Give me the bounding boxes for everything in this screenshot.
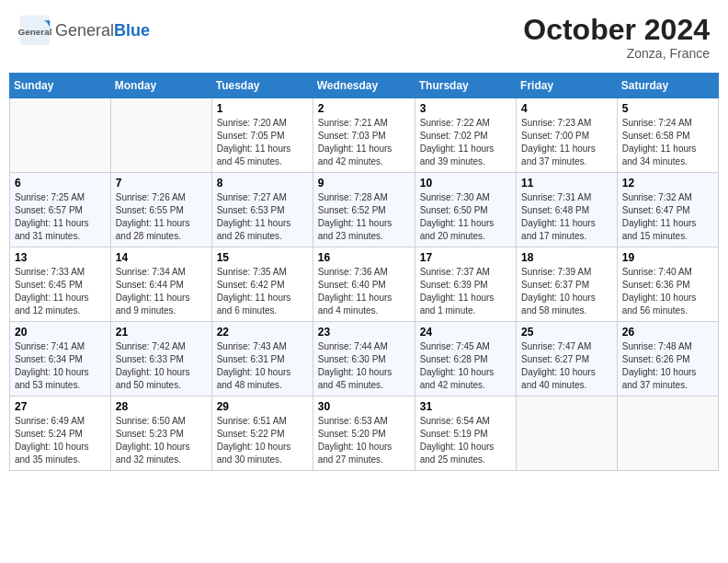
calendar-cell: 16 Sunrise: 7:36 AMSunset: 6:40 PMDaylig… — [313, 247, 415, 322]
calendar-cell: 19 Sunrise: 7:40 AMSunset: 6:36 PMDaylig… — [617, 247, 718, 322]
calendar-week-row: 27 Sunrise: 6:49 AMSunset: 5:24 PMDaylig… — [10, 396, 719, 471]
day-detail: Sunrise: 7:43 AMSunset: 6:31 PMDaylight:… — [217, 340, 308, 392]
day-number: 23 — [318, 326, 410, 339]
day-detail: Sunrise: 7:45 AMSunset: 6:28 PMDaylight:… — [420, 340, 511, 392]
calendar-cell: 11 Sunrise: 7:31 AMSunset: 6:48 PMDaylig… — [517, 173, 618, 247]
calendar-cell: 6 Sunrise: 7:25 AMSunset: 6:57 PMDayligh… — [10, 173, 111, 247]
day-detail: Sunrise: 7:28 AMSunset: 6:52 PMDaylight:… — [318, 191, 410, 243]
day-number: 21 — [116, 326, 207, 339]
day-number: 1 — [217, 102, 308, 115]
day-detail: Sunrise: 7:41 AMSunset: 6:34 PMDaylight:… — [15, 340, 106, 392]
calendar-cell: 24 Sunrise: 7:45 AMSunset: 6:28 PMDaylig… — [415, 322, 516, 396]
day-detail: Sunrise: 7:44 AMSunset: 6:30 PMDaylight:… — [318, 340, 410, 392]
logo-general-text: General — [55, 21, 114, 40]
day-number: 11 — [521, 177, 612, 190]
day-number: 16 — [318, 251, 410, 264]
day-number: 14 — [116, 251, 207, 264]
day-detail: Sunrise: 7:22 AMSunset: 7:02 PMDaylight:… — [420, 117, 511, 168]
day-detail: Sunrise: 7:25 AMSunset: 6:57 PMDaylight:… — [15, 191, 106, 243]
calendar-cell: 28 Sunrise: 6:50 AMSunset: 5:23 PMDaylig… — [110, 396, 211, 471]
title-block: October 2024 Zonza, France — [523, 14, 710, 61]
day-number: 13 — [15, 251, 106, 264]
calendar-week-row: 13 Sunrise: 7:33 AMSunset: 6:45 PMDaylig… — [10, 247, 719, 322]
day-number: 30 — [318, 400, 410, 413]
day-detail: Sunrise: 7:27 AMSunset: 6:53 PMDaylight:… — [217, 191, 308, 243]
day-number: 8 — [217, 177, 308, 190]
day-detail: Sunrise: 7:31 AMSunset: 6:48 PMDaylight:… — [521, 191, 612, 243]
day-number: 12 — [622, 177, 713, 190]
day-number: 15 — [217, 251, 308, 264]
calendar-cell: 12 Sunrise: 7:32 AMSunset: 6:47 PMDaylig… — [617, 173, 718, 247]
day-number: 4 — [521, 102, 612, 115]
calendar-week-row: 20 Sunrise: 7:41 AMSunset: 6:34 PMDaylig… — [10, 322, 719, 396]
calendar-cell: 22 Sunrise: 7:43 AMSunset: 6:31 PMDaylig… — [211, 322, 313, 396]
calendar-cell: 27 Sunrise: 6:49 AMSunset: 5:24 PMDaylig… — [10, 396, 111, 471]
calendar-cell: 7 Sunrise: 7:26 AMSunset: 6:55 PMDayligh… — [110, 173, 211, 247]
calendar-cell: 10 Sunrise: 7:30 AMSunset: 6:50 PMDaylig… — [415, 173, 516, 247]
calendar-week-row: 1 Sunrise: 7:20 AMSunset: 7:05 PMDayligh… — [10, 98, 719, 173]
calendar-cell: 30 Sunrise: 6:53 AMSunset: 5:20 PMDaylig… — [313, 396, 415, 471]
logo: General GeneralBlue — [18, 14, 150, 47]
day-number: 18 — [521, 251, 612, 264]
calendar-cell — [517, 396, 618, 471]
calendar-cell: 26 Sunrise: 7:48 AMSunset: 6:26 PMDaylig… — [617, 322, 718, 396]
calendar-cell: 15 Sunrise: 7:35 AMSunset: 6:42 PMDaylig… — [211, 247, 313, 322]
calendar-cell: 13 Sunrise: 7:33 AMSunset: 6:45 PMDaylig… — [10, 247, 111, 322]
day-detail: Sunrise: 7:21 AMSunset: 7:03 PMDaylight:… — [318, 117, 410, 168]
calendar-cell: 17 Sunrise: 7:37 AMSunset: 6:39 PMDaylig… — [415, 247, 516, 322]
day-detail: Sunrise: 7:39 AMSunset: 6:37 PMDaylight:… — [521, 266, 612, 317]
day-detail: Sunrise: 7:48 AMSunset: 6:26 PMDaylight:… — [622, 340, 713, 392]
calendar-cell: 14 Sunrise: 7:34 AMSunset: 6:44 PMDaylig… — [110, 247, 211, 322]
day-detail: Sunrise: 7:23 AMSunset: 7:00 PMDaylight:… — [521, 117, 612, 168]
day-number: 17 — [420, 251, 511, 264]
calendar-cell: 8 Sunrise: 7:27 AMSunset: 6:53 PMDayligh… — [211, 173, 313, 247]
day-detail: Sunrise: 6:49 AMSunset: 5:24 PMDaylight:… — [15, 415, 106, 466]
weekday-header: Monday — [110, 74, 211, 98]
month-title: October 2024 — [523, 14, 710, 46]
day-detail: Sunrise: 7:30 AMSunset: 6:50 PMDaylight:… — [420, 191, 511, 243]
day-number: 10 — [420, 177, 511, 190]
day-number: 28 — [116, 400, 207, 413]
calendar-cell: 5 Sunrise: 7:24 AMSunset: 6:58 PMDayligh… — [617, 98, 718, 173]
calendar-cell: 23 Sunrise: 7:44 AMSunset: 6:30 PMDaylig… — [313, 322, 415, 396]
day-number: 19 — [622, 251, 713, 264]
calendar-cell: 20 Sunrise: 7:41 AMSunset: 6:34 PMDaylig… — [10, 322, 111, 396]
calendar-cell: 9 Sunrise: 7:28 AMSunset: 6:52 PMDayligh… — [313, 173, 415, 247]
weekday-header: Wednesday — [313, 74, 415, 98]
day-detail: Sunrise: 7:34 AMSunset: 6:44 PMDaylight:… — [116, 266, 207, 317]
day-detail: Sunrise: 7:33 AMSunset: 6:45 PMDaylight:… — [15, 266, 106, 317]
day-detail: Sunrise: 6:50 AMSunset: 5:23 PMDaylight:… — [116, 415, 207, 466]
weekday-header: Tuesday — [211, 74, 313, 98]
day-number: 31 — [420, 400, 511, 413]
day-detail: Sunrise: 7:35 AMSunset: 6:42 PMDaylight:… — [217, 266, 308, 317]
svg-text:General: General — [18, 27, 51, 37]
day-detail: Sunrise: 7:40 AMSunset: 6:36 PMDaylight:… — [622, 266, 713, 317]
calendar-cell: 31 Sunrise: 6:54 AMSunset: 5:19 PMDaylig… — [415, 396, 516, 471]
weekday-header: Saturday — [617, 74, 718, 98]
day-number: 9 — [318, 177, 410, 190]
calendar-cell: 21 Sunrise: 7:42 AMSunset: 6:33 PMDaylig… — [110, 322, 211, 396]
day-number: 2 — [318, 102, 410, 115]
calendar-cell: 3 Sunrise: 7:22 AMSunset: 7:02 PMDayligh… — [415, 98, 516, 173]
day-number: 26 — [622, 326, 713, 339]
weekday-header-row: SundayMondayTuesdayWednesdayThursdayFrid… — [10, 74, 719, 98]
weekday-header: Friday — [517, 74, 618, 98]
page-header: General GeneralBlue October 2024 Zonza, … — [9, 9, 719, 65]
day-detail: Sunrise: 6:54 AMSunset: 5:19 PMDaylight:… — [420, 415, 511, 466]
day-number: 27 — [15, 400, 106, 413]
day-number: 25 — [521, 326, 612, 339]
day-number: 29 — [217, 400, 308, 413]
calendar-cell: 18 Sunrise: 7:39 AMSunset: 6:37 PMDaylig… — [517, 247, 618, 322]
day-number: 22 — [217, 326, 308, 339]
day-detail: Sunrise: 7:24 AMSunset: 6:58 PMDaylight:… — [622, 117, 713, 168]
day-detail: Sunrise: 7:20 AMSunset: 7:05 PMDaylight:… — [217, 117, 308, 168]
day-detail: Sunrise: 7:42 AMSunset: 6:33 PMDaylight:… — [116, 340, 207, 392]
calendar-cell — [617, 396, 718, 471]
calendar-cell: 25 Sunrise: 7:47 AMSunset: 6:27 PMDaylig… — [517, 322, 618, 396]
logo-icon: General — [18, 14, 51, 47]
day-detail: Sunrise: 6:51 AMSunset: 5:22 PMDaylight:… — [217, 415, 308, 466]
day-detail: Sunrise: 7:36 AMSunset: 6:40 PMDaylight:… — [318, 266, 410, 317]
day-number: 5 — [622, 102, 713, 115]
logo-blue-text: Blue — [114, 21, 150, 40]
day-detail: Sunrise: 7:32 AMSunset: 6:47 PMDaylight:… — [622, 191, 713, 243]
